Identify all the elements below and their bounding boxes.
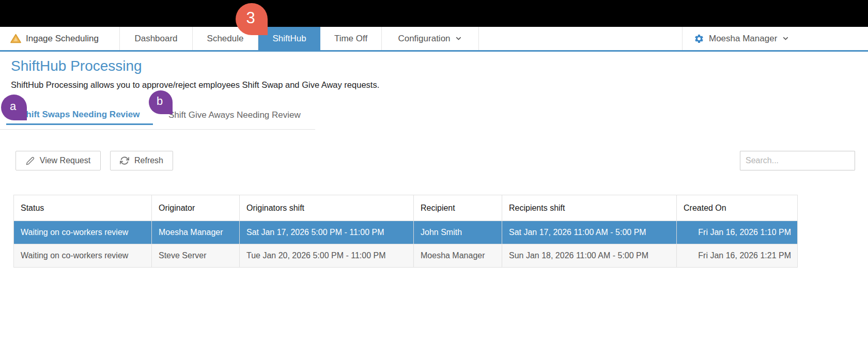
ingage-logo-triangle-icon	[10, 34, 21, 43]
tab-shift-give-aways-needing-review[interactable]: Shift Give Aways Needing Review	[168, 110, 301, 120]
cell-recipient[interactable]: Moesha Manager	[414, 244, 502, 268]
chevron-down-icon	[782, 35, 789, 42]
nav-item-configuration[interactable]: Configuration	[382, 27, 479, 50]
annotation-marker-3-shifthub: 3	[236, 3, 268, 35]
cell-recipients-shift[interactable]: Sun Jan 18, 2026 11:00 AM - 5:00 PM	[502, 244, 677, 268]
cell-originators-shift[interactable]: Sat Jan 17, 2026 5:00 PM - 11:00 PM	[240, 221, 414, 244]
view-request-button[interactable]: View Request	[16, 151, 101, 170]
table-row-selected[interactable]: Waiting on co-workers review Moesha Mana…	[14, 221, 798, 244]
cell-originators-shift[interactable]: Tue Jan 20, 2026 5:00 PM - 11:00 PM	[240, 244, 414, 268]
user-menu-dropdown[interactable]: Moesha Manager	[682, 27, 868, 50]
brand-home-link[interactable]: Ingage Scheduling	[0, 27, 120, 50]
tab-shift-swaps-needing-review[interactable]: Shift Swaps Needing Review	[20, 110, 140, 120]
tab-strip-baseline	[0, 129, 315, 130]
user-name-label: Moesha Manager	[709, 34, 777, 44]
cell-originator[interactable]: Moesha Manager	[152, 221, 240, 244]
refresh-icon	[120, 156, 129, 165]
table-header-row: Status Originator Originators shift Reci…	[14, 195, 798, 221]
annotation-marker-b-giveaways-tab: b	[149, 90, 173, 114]
shift-swaps-table: Status Originator Originators shift Reci…	[13, 195, 798, 268]
top-black-band	[0, 0, 868, 27]
table-row[interactable]: Waiting on co-workers review Steve Serve…	[14, 244, 798, 268]
annotation-marker-a-swaps-tab: a	[1, 95, 27, 120]
cell-recipient[interactable]: John Smith	[414, 221, 502, 244]
cell-recipients-shift[interactable]: Sat Jan 17, 2026 11:00 AM - 5:00 PM	[502, 221, 677, 244]
cell-created-on[interactable]: Fri Jan 16, 2026 1:10 PM	[677, 221, 798, 244]
column-header-recipients-shift: Recipients shift	[502, 195, 677, 221]
column-header-originators-shift: Originators shift	[240, 195, 414, 221]
nav-dashboard-label: Dashboard	[134, 34, 177, 44]
refresh-button[interactable]: Refresh	[110, 151, 173, 170]
column-header-recipient: Recipient	[414, 195, 502, 221]
cell-status[interactable]: Waiting on co-workers review	[14, 221, 152, 244]
nav-item-shifthub-active[interactable]: ShiftHub	[258, 27, 320, 50]
column-header-status: Status	[14, 195, 152, 221]
column-header-created-on: Created On	[677, 195, 798, 221]
pencil-icon	[26, 157, 35, 165]
search-input[interactable]	[740, 151, 855, 170]
nav-configuration-label: Configuration	[398, 34, 450, 44]
brand-label: Ingage Scheduling	[26, 34, 99, 44]
nav-timeoff-label: Time Off	[334, 34, 367, 44]
active-tab-underline	[6, 123, 153, 125]
page-title: ShiftHub Processing	[11, 58, 142, 74]
refresh-label: Refresh	[134, 156, 163, 165]
nav-shifthub-label: ShiftHub	[272, 34, 306, 44]
main-navbar: Ingage Scheduling Dashboard Schedule Shi…	[0, 27, 868, 52]
view-request-label: View Request	[40, 156, 90, 165]
page-description: ShiftHub Processing allows you to approv…	[11, 80, 379, 90]
cell-status[interactable]: Waiting on co-workers review	[14, 244, 152, 268]
requests-table-container: Status Originator Originators shift Reci…	[13, 195, 797, 268]
nav-item-timeoff[interactable]: Time Off	[320, 27, 382, 50]
cell-created-on[interactable]: Fri Jan 16, 2026 1:21 PM	[677, 244, 798, 268]
cell-originator[interactable]: Steve Server	[152, 244, 240, 268]
chevron-down-icon	[455, 35, 462, 42]
gear-icon	[694, 34, 704, 44]
column-header-originator: Originator	[152, 195, 240, 221]
nav-item-dashboard[interactable]: Dashboard	[120, 27, 193, 50]
nav-schedule-label: Schedule	[207, 34, 244, 44]
